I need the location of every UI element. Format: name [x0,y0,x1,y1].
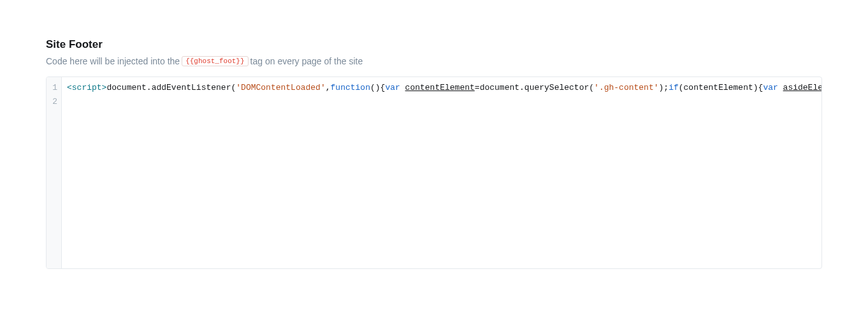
code-line[interactable] [67,95,816,109]
site-footer-section: Site Footer Code here will be injected i… [46,38,822,269]
code-token: contentElement [684,83,753,92]
code-token: . [147,83,152,92]
code-token: document [480,83,519,92]
code-line[interactable]: <script>document.addEventListener('DOMCo… [67,81,821,95]
code-token: ( [589,83,594,92]
code-token: querySelector [524,83,589,92]
code-token: . [519,83,524,92]
ghost-foot-tag: {{ghost_foot}} [182,56,248,66]
line-number: 2 [52,95,57,109]
code-token: function [331,83,370,92]
code-token: contentElement [405,83,475,92]
code-editor[interactable]: 12 <script>document.addEventListener('DO… [46,76,822,269]
code-token: addEventListener [152,83,231,92]
code-token [400,83,405,92]
desc-suffix: tag on every page of the site [250,56,363,66]
code-textarea[interactable]: <script>document.addEventListener('DOMCo… [62,77,821,268]
code-token: ); [659,83,669,92]
code-token: (){ [370,83,385,92]
desc-prefix: Code here will be injected into the [46,56,180,66]
line-number: 1 [52,81,57,95]
code-token: , [326,83,331,92]
code-token: ){ [753,83,763,92]
section-description: Code here will be injected into the {{gh… [46,56,822,66]
code-token: ( [679,83,684,92]
code-token: var [763,83,778,92]
code-token: = [475,83,480,92]
code-token: if [669,83,679,92]
code-token: var [385,83,400,92]
code-gutter: 12 [47,77,62,268]
code-token: document [106,83,146,92]
code-token: asideElement [783,83,821,92]
code-token [778,83,783,92]
code-token: 'DOMContentLoaded' [236,83,325,92]
code-token: <script> [67,83,106,92]
code-token: '.gh-content' [594,83,658,92]
section-title: Site Footer [46,38,822,51]
